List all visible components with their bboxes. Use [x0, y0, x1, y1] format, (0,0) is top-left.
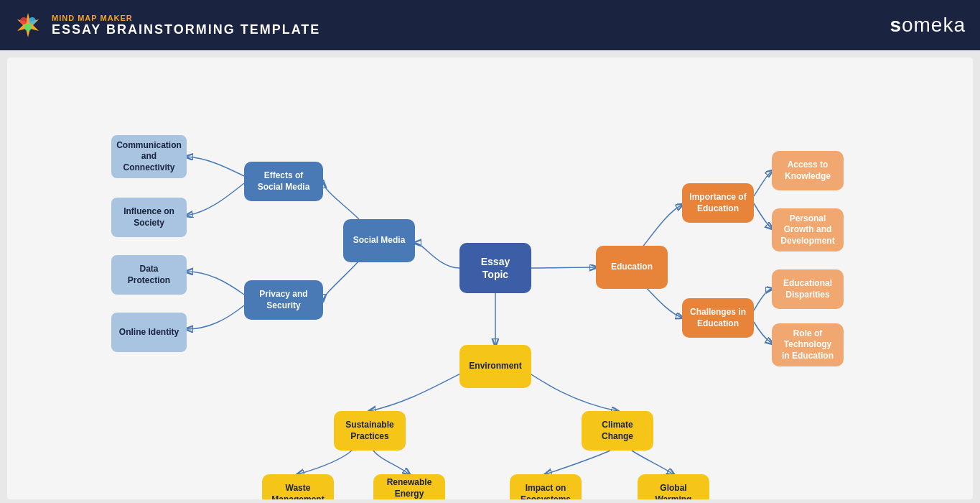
- comm-conn-node[interactable]: Communication and Connectivity: [111, 135, 187, 178]
- svg-point-3: [24, 24, 32, 31]
- education-node[interactable]: Education: [596, 246, 668, 289]
- svg-point-2: [29, 17, 36, 24]
- importance-education-node[interactable]: Importance of Education: [682, 183, 754, 223]
- climate-change-node[interactable]: Climate Change: [582, 411, 653, 451]
- renewable-energy-node[interactable]: Renewable Energy Sources: [373, 474, 445, 499]
- header-title: ESSAY BRAINSTORMING TEMPLATE: [52, 22, 320, 37]
- environment-node[interactable]: Environment: [459, 345, 531, 388]
- privacy-security-node[interactable]: Privacy and Security: [244, 280, 323, 320]
- essay-topic-node[interactable]: Essay Topic: [459, 243, 531, 293]
- logo-icon: [14, 11, 42, 39]
- role-technology-node[interactable]: Role of Technology in Education: [772, 323, 844, 366]
- sustainable-practices-node[interactable]: Sustainable Practices: [334, 411, 406, 451]
- online-identity-node[interactable]: Online Identity: [111, 313, 187, 352]
- header: MIND MAP MAKER ESSAY BRAINSTORMING TEMPL…: [0, 0, 980, 50]
- personal-growth-node[interactable]: Personal Growth and Development: [772, 208, 844, 251]
- social-media-node[interactable]: Social Media: [343, 219, 415, 262]
- waste-management-node[interactable]: Waste Management: [262, 474, 334, 499]
- effects-social-media-node[interactable]: Effects of Social Media: [244, 162, 323, 201]
- header-text: MIND MAP MAKER ESSAY BRAINSTORMING TEMPL…: [52, 14, 320, 37]
- educational-disparities-node[interactable]: Educational Disparities: [772, 269, 844, 309]
- data-protection-node[interactable]: Data Protection: [111, 255, 187, 295]
- mind-map-canvas: Essay Topic Social Media Effects of Soci…: [7, 57, 973, 499]
- impact-ecosystems-node[interactable]: Impact on Ecosystems: [510, 474, 582, 499]
- global-warming-node[interactable]: Global Warming: [638, 474, 709, 499]
- challenges-education-node[interactable]: Challenges in Education: [682, 298, 754, 338]
- header-left: MIND MAP MAKER ESSAY BRAINSTORMING TEMPL…: [14, 11, 320, 39]
- access-knowledge-node[interactable]: Access to Knowledge: [772, 151, 844, 190]
- influence-node[interactable]: Influence on Society: [111, 198, 187, 237]
- header-subtitle: MIND MAP MAKER: [52, 14, 320, 22]
- svg-point-1: [20, 17, 27, 24]
- brand-logo: someka: [890, 14, 966, 37]
